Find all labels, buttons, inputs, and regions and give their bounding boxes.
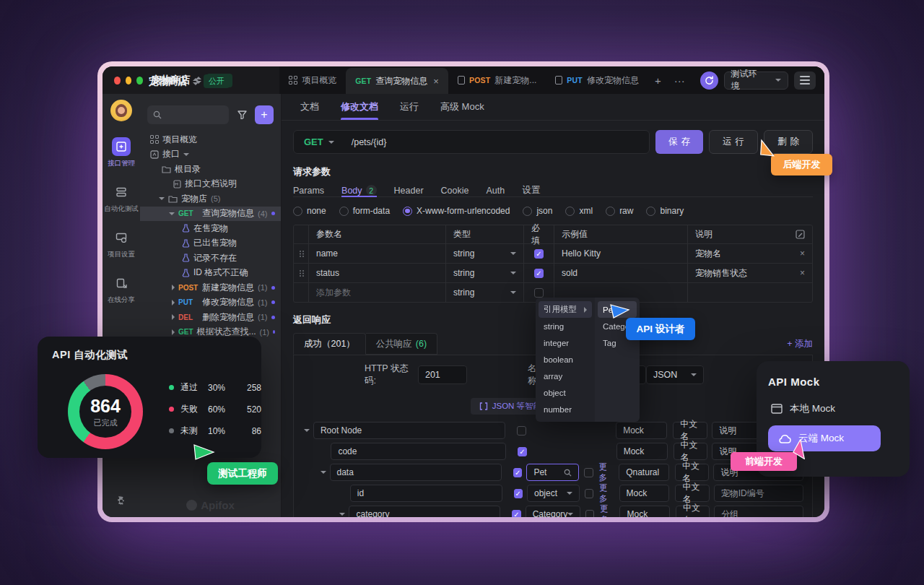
close-tab-icon[interactable]: × (433, 76, 439, 87)
tab-overflow-button[interactable]: ··· (668, 66, 692, 94)
settings-gear-icon[interactable] (116, 495, 127, 507)
menu-item-object[interactable]: object (539, 384, 592, 401)
schema-cn-input[interactable]: 中文名 (673, 422, 707, 439)
radio-raw[interactable]: raw (606, 206, 633, 216)
param-name-input[interactable]: name (308, 244, 445, 263)
subtab-doc[interactable]: 文档 (300, 94, 319, 120)
menu-item-ref-model[interactable]: 引用模型 (539, 301, 592, 318)
schema-mock-input[interactable]: Mock (619, 485, 670, 502)
avatar[interactable] (110, 100, 132, 121)
cloud-mock-button[interactable]: 云端 Mock (768, 425, 881, 451)
rail-item-project-settings[interactable]: 项目设置 (108, 228, 135, 259)
schema-desc-input[interactable]: 分组 (714, 506, 803, 517)
more-link[interactable]: 更多 (599, 482, 615, 504)
schema-checkbox[interactable]: ✓ (514, 489, 523, 498)
tab-get-endpoint[interactable]: GET 查询宠物信息 × (346, 68, 448, 94)
param-desc-input[interactable]: 宠物名 (695, 248, 721, 260)
schema-cn-input[interactable]: 中文名 (675, 485, 709, 502)
tab-settings[interactable]: 设置 (522, 184, 540, 196)
add-response-button[interactable]: + 添加 (787, 338, 813, 350)
zoom-window-button[interactable] (136, 77, 143, 84)
required-checkbox[interactable] (534, 288, 544, 298)
schema-name-input[interactable]: Root Node (313, 422, 505, 439)
tab-body[interactable]: Body 2 (341, 184, 377, 196)
tree-case-sold[interactable]: 已出售宠物 (140, 236, 281, 251)
tab-common-responses[interactable]: 公共响应 (6) (366, 333, 437, 355)
local-mock-item[interactable]: 本地 Mock (768, 402, 898, 415)
more-link[interactable]: 更多 (600, 503, 616, 517)
schema-checkbox[interactable]: ✓ (518, 447, 527, 456)
rail-item-api-management[interactable]: 接口管理 (108, 137, 135, 168)
delete-row-icon[interactable]: × (800, 268, 805, 278)
delete-row-icon[interactable]: × (800, 248, 805, 259)
schema-type-search[interactable]: Pet (526, 464, 579, 481)
schema-mock-input[interactable]: Mock (619, 506, 670, 517)
add-param-input[interactable]: 添加参数 (308, 283, 445, 302)
schema-cn-input[interactable]: 中文名 (674, 443, 708, 460)
caret-down-icon[interactable] (304, 429, 310, 432)
schema-checkbox-2[interactable] (584, 468, 593, 477)
http-status-input[interactable]: 201 (418, 365, 467, 384)
caret-down-icon[interactable] (321, 471, 326, 474)
schema-desc-input[interactable]: 宠物ID编号 (714, 485, 803, 502)
tree-item-root-folder[interactable]: 根目录 (140, 162, 281, 177)
edit-columns-icon[interactable] (796, 230, 805, 239)
schema-name-input[interactable]: id (350, 485, 502, 502)
rail-item-online-share[interactable]: 在线分享 (108, 274, 135, 305)
tree-item-doc[interactable]: 接口文档说明 (140, 177, 281, 192)
rail-item-auto-testing[interactable]: 自动化测试 (104, 183, 139, 214)
tab-cookie[interactable]: Cookie (441, 184, 469, 196)
environment-select[interactable]: 测试环境 (724, 72, 789, 90)
subtab-run[interactable]: 运行 (400, 94, 419, 120)
path-input[interactable]: /pets/{id} (343, 137, 387, 147)
schema-checkbox[interactable]: ✓ (513, 468, 522, 477)
save-button[interactable]: 保存 (655, 130, 703, 154)
new-tab-button[interactable]: + (648, 66, 668, 94)
radio-form-data[interactable]: form-data (339, 206, 390, 216)
param-type-select[interactable]: string (445, 244, 523, 263)
schema-checkbox[interactable] (517, 426, 526, 436)
filter-icon[interactable] (233, 106, 250, 124)
minimize-window-button[interactable] (126, 77, 132, 84)
schema-name-input[interactable]: category (349, 506, 500, 517)
tree-item-post-create-pet[interactable]: POST 新建宠物信息 (1) (140, 280, 281, 295)
param-example-input[interactable]: Hello Kitty (554, 244, 687, 263)
sync-icon[interactable] (700, 72, 718, 90)
tree-case-not-found[interactable]: 记录不存在 (140, 251, 281, 266)
schema-mock-input[interactable]: Mock (616, 443, 668, 460)
required-checkbox[interactable]: ✓ (534, 249, 544, 259)
schema-cn-input[interactable]: 中文名 (676, 506, 710, 517)
menu-item-boolean[interactable]: boolean (539, 351, 592, 368)
tab-post-endpoint[interactable]: POST 新建宠物... (448, 66, 546, 94)
tree-item-overview[interactable]: 项目概览 (140, 132, 281, 147)
menu-item-array[interactable]: array (539, 368, 592, 384)
tab-put-endpoint[interactable]: PUT 修改宠物信息 (546, 66, 648, 94)
tab-params[interactable]: Params (293, 184, 324, 196)
param-example-input[interactable]: sold (554, 264, 687, 282)
tree-item-petstore-folder[interactable]: 宠物店 (5) (140, 191, 281, 207)
tab-auth[interactable]: Auth (487, 184, 505, 196)
tree-item-del-delete-pet[interactable]: DEL 删除宠物信息 (1) (140, 310, 281, 325)
schema-checkbox[interactable]: ✓ (512, 510, 520, 518)
menu-item-integer[interactable]: integer (539, 334, 592, 351)
menu-item-number[interactable]: number (539, 401, 592, 417)
add-api-button[interactable]: + (255, 105, 274, 124)
param-type-select[interactable]: string (445, 264, 523, 282)
menu-button[interactable] (794, 72, 816, 90)
schema-checkbox-2[interactable] (585, 489, 593, 498)
search-input[interactable] (147, 105, 229, 124)
param-type-select[interactable]: string (445, 283, 523, 302)
param-desc-input[interactable]: 宠物销售状态 (695, 267, 747, 280)
more-link[interactable]: 更多 (599, 462, 615, 483)
schema-name-input[interactable]: code (331, 443, 506, 460)
schema-type-select[interactable]: Category (526, 506, 580, 517)
project-header[interactable]: 宠物商店 公开 (149, 74, 230, 88)
run-button[interactable]: 运行 (709, 130, 758, 154)
tree-item-put-update-pet[interactable]: PUT 修改宠物信息 (1) (140, 295, 281, 311)
menu-item-string[interactable]: string (539, 318, 592, 334)
tree-case-bad-id[interactable]: ID 格式不正确 (140, 266, 281, 281)
schema-mock-input[interactable]: Qnatural (619, 464, 669, 481)
tab-project-overview[interactable]: 项目概览 (279, 66, 346, 94)
subtab-edit-doc[interactable]: 修改文档 (341, 94, 378, 120)
radio-xml[interactable]: xml (565, 206, 593, 216)
